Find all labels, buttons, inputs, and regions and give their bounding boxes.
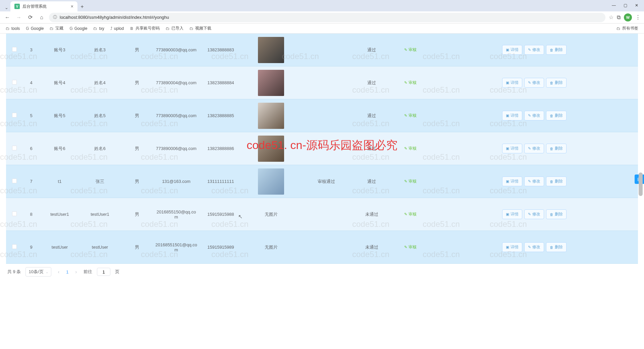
reload-icon[interactable]: ⟳ <box>26 13 34 21</box>
edit-icon: ✎ <box>404 48 407 52</box>
browser-chrome: ⌄ V 后台管理系统 × + — ▢ ✕ ← → ⟳ ⌂ ⓘ localhost… <box>0 0 644 34</box>
scrollbar-thumb[interactable] <box>639 172 643 196</box>
row-checkbox[interactable] <box>12 146 17 150</box>
bookmark-item[interactable]: ⤴uplod <box>108 25 126 32</box>
review-button[interactable]: ✎审核 <box>404 146 417 151</box>
review-button[interactable]: ✎审核 <box>404 47 417 53</box>
table-row: 8 testUser1 testUser1 男 2016855150@qq.co… <box>6 198 638 231</box>
cell-account: 账号4 <box>40 78 80 88</box>
bookmark-star-icon[interactable]: ☆ <box>609 14 613 20</box>
browser-tab[interactable]: V 后台管理系统 × <box>10 1 77 11</box>
edit-button[interactable]: ✎修改 <box>524 144 544 153</box>
cell-status: 未通过 <box>353 209 390 219</box>
doc-icon: ▣ <box>506 245 509 249</box>
bookmark-item[interactable]: GGoogle <box>67 25 90 32</box>
user-avatar[interactable] <box>258 70 284 96</box>
page-next-icon[interactable]: › <box>73 269 79 275</box>
cell-name: 姓名4 <box>80 78 120 88</box>
bookmarks-bar: 🗀toolsGGoogle🗀宝藏GGoogle🗀txy⤴uplod🗎共享账号密码… <box>0 23 644 34</box>
chevron-down-icon: ⌄ <box>46 270 48 274</box>
cell-audit <box>300 147 353 151</box>
detail-button[interactable]: ▣详情 <box>502 209 522 219</box>
maximize-icon[interactable]: ▢ <box>621 1 630 9</box>
kebab-menu-icon[interactable]: ⋮ <box>635 14 641 20</box>
site-info-icon[interactable]: ⓘ <box>53 14 57 20</box>
scrollbar[interactable] <box>639 32 643 280</box>
row-checkbox[interactable] <box>12 47 17 52</box>
bookmark-label: 共享账号密码 <box>136 26 160 31</box>
edit-button[interactable]: ✎修改 <box>524 45 544 55</box>
page-prev-icon[interactable]: ‹ <box>56 269 62 275</box>
page-size-select[interactable]: 10条/页 ⌄ <box>25 267 51 277</box>
row-checkbox[interactable] <box>12 244 17 249</box>
delete-button[interactable]: 🗑删除 <box>546 242 567 252</box>
review-button[interactable]: ✎审核 <box>404 211 417 217</box>
review-button[interactable]: ✎审核 <box>404 80 417 86</box>
home-icon[interactable]: ⌂ <box>38 13 46 21</box>
folder-icon: 🗀 <box>166 26 170 31</box>
user-avatar[interactable] <box>258 168 284 195</box>
delete-button[interactable]: 🗑删除 <box>546 45 567 55</box>
edit-button[interactable]: ✎修改 <box>524 242 544 252</box>
back-icon[interactable]: ← <box>3 13 11 21</box>
close-icon[interactable]: ✕ <box>632 1 641 9</box>
detail-button[interactable]: ▣详情 <box>502 45 522 55</box>
user-avatar[interactable] <box>258 103 284 129</box>
bookmark-item[interactable]: 🗀宝藏 <box>47 24 66 32</box>
bookmark-all[interactable]: 🗀 所有书签 <box>614 24 641 32</box>
cell-status: 通过 <box>353 111 390 121</box>
user-avatar[interactable] <box>258 37 284 63</box>
delete-button[interactable]: 🗑删除 <box>546 209 567 219</box>
edit-button[interactable]: ✎修改 <box>524 111 544 120</box>
cell-audit: 审核通过 <box>300 177 353 187</box>
detail-button[interactable]: ▣详情 <box>502 177 522 186</box>
cell-phone: 15915915989 <box>199 243 243 252</box>
url-input[interactable]: ⓘ localhost:8080/ssm48yhg/admin/dist/ind… <box>49 13 605 22</box>
cell-actions: ▣详情 ✎修改 🗑删除 <box>430 207 638 222</box>
delete-button[interactable]: 🗑删除 <box>546 144 567 153</box>
goto-input[interactable] <box>97 268 110 276</box>
row-checkbox[interactable] <box>12 179 17 183</box>
review-button[interactable]: ✎审核 <box>404 244 417 250</box>
extensions-icon[interactable]: ⧉ <box>617 14 621 20</box>
detail-button[interactable]: ▣详情 <box>502 78 522 88</box>
user-avatar[interactable] <box>258 136 284 162</box>
delete-button[interactable]: 🗑删除 <box>546 111 567 120</box>
page-current[interactable]: 1 <box>66 269 68 275</box>
cell-email: 773890005@qq.com <box>154 111 199 120</box>
cell-avatar <box>243 68 300 98</box>
delete-button[interactable]: 🗑删除 <box>546 177 567 186</box>
forward-icon[interactable]: → <box>15 13 23 21</box>
tab-close-icon[interactable]: × <box>71 4 73 9</box>
cell-review: ✎审核 <box>390 177 430 186</box>
bookmark-item[interactable]: 🗀已导入 <box>163 24 186 32</box>
row-checkbox[interactable] <box>12 211 17 216</box>
pagination-total: 共 9 条 <box>7 269 21 275</box>
cell-avatar <box>243 134 300 164</box>
detail-button[interactable]: ▣详情 <box>502 144 522 153</box>
edit-button[interactable]: ✎修改 <box>524 78 544 88</box>
cell-review: ✎审核 <box>390 242 430 252</box>
profile-avatar[interactable]: W <box>624 13 632 21</box>
bookmark-item[interactable]: 🗀视频下载 <box>187 24 214 32</box>
cell-audit <box>300 48 353 52</box>
bookmark-item[interactable]: 🗀txy <box>91 25 106 32</box>
bookmark-item[interactable]: GGoogle <box>23 25 46 32</box>
edit-button[interactable]: ✎修改 <box>524 209 544 219</box>
review-button[interactable]: ✎审核 <box>404 179 417 184</box>
cell-avatar <box>243 101 300 131</box>
edit-button[interactable]: ✎修改 <box>524 177 544 186</box>
minimize-icon[interactable]: — <box>609 1 619 9</box>
row-checkbox[interactable] <box>12 113 17 117</box>
row-checkbox[interactable] <box>12 80 17 85</box>
review-button[interactable]: ✎审核 <box>404 113 417 118</box>
bookmark-item[interactable]: 🗀tools <box>3 25 22 32</box>
cell-name: 姓名6 <box>80 144 120 154</box>
delete-button[interactable]: 🗑删除 <box>546 78 567 88</box>
cell-gender: 男 <box>120 111 154 121</box>
detail-button[interactable]: ▣详情 <box>502 111 522 120</box>
tab-search-icon[interactable]: ⌄ <box>3 4 10 11</box>
detail-button[interactable]: ▣详情 <box>502 242 522 252</box>
bookmark-item[interactable]: 🗎共享账号密码 <box>127 24 162 32</box>
new-tab-button[interactable]: + <box>77 2 87 11</box>
